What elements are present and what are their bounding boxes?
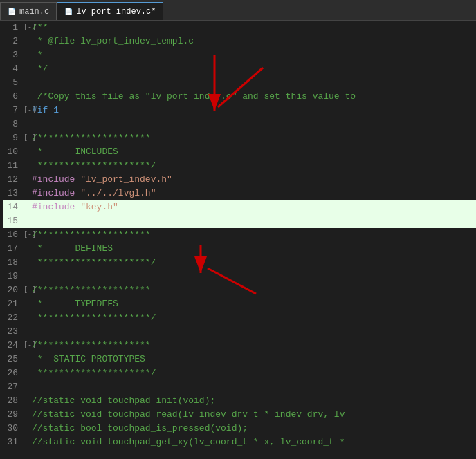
code-content: //static void touchpad_read(lv_indev_drv…	[32, 408, 476, 422]
fold-icon	[24, 256, 32, 270]
line-number: 20	[3, 283, 24, 297]
fold-icon	[24, 297, 32, 311]
fold-icon	[24, 159, 32, 173]
line-number: 17	[3, 242, 24, 256]
code-content: #if 1	[32, 104, 476, 118]
table-row: 19	[3, 270, 476, 283]
line-number: 8	[3, 118, 24, 131]
table-row: 10 * INCLUDES	[3, 145, 476, 159]
table-row: 26 *********************/	[3, 366, 476, 380]
fold-icon[interactable]: [-]	[24, 283, 32, 297]
code-content: *	[32, 48, 476, 62]
line-number: 3	[3, 48, 24, 62]
code-content: #include "lv_port_indev.h"	[32, 173, 476, 187]
tab-label: lv_port_indev.c*	[76, 7, 156, 17]
code-content: */	[32, 62, 476, 76]
code-content	[32, 118, 476, 131]
line-number: 4	[3, 62, 24, 76]
table-row: 15	[3, 214, 476, 228]
table-row: 7[-]#if 1	[3, 104, 476, 118]
code-content: *********************/	[32, 159, 476, 173]
fold-icon[interactable]: [-]	[24, 131, 32, 145]
line-number: 7	[3, 104, 24, 118]
fold-icon	[24, 380, 32, 394]
line-number: 9	[3, 131, 24, 145]
fold-icon	[24, 270, 32, 283]
code-content	[32, 270, 476, 283]
code-content	[32, 380, 476, 394]
fold-icon	[24, 408, 32, 422]
code-content: * @file lv_port_indev_templ.c	[32, 35, 476, 48]
line-number: 25	[3, 353, 24, 366]
code-content: *********************/	[32, 256, 476, 270]
code-content: //static bool touchpad_is_pressed(void);	[32, 422, 476, 435]
table-row: 5	[3, 76, 476, 90]
code-content: /*********************	[32, 339, 476, 353]
fold-icon[interactable]: [-]	[24, 228, 32, 242]
table-row: 6 /*Copy this file as "lv_port_indev.c" …	[3, 90, 476, 104]
table-row: 4 */	[3, 62, 476, 76]
fold-icon[interactable]: [-]	[24, 21, 32, 35]
line-number: 16	[3, 228, 24, 242]
table-row: 28 //static void touchpad_init(void);	[3, 394, 476, 408]
fold-icon	[24, 118, 32, 131]
line-number: 31	[3, 435, 24, 449]
tab-lv-port-indev[interactable]: 📄 lv_port_indev.c*	[57, 2, 163, 20]
line-number: 21	[3, 297, 24, 311]
code-content: * INCLUDES	[32, 145, 476, 159]
code-content: /*********************	[32, 283, 476, 297]
fold-icon	[24, 35, 32, 48]
tab-main-c[interactable]: 📄 main.c	[0, 2, 57, 20]
fold-icon	[24, 76, 32, 90]
line-number: 29	[3, 408, 24, 422]
line-number: 30	[3, 422, 24, 435]
fold-icon[interactable]: [-]	[24, 104, 32, 118]
code-content: *********************/	[32, 366, 476, 380]
editor-wrapper: 1[-]/**2 * @file lv_port_indev_templ.c3 …	[0, 21, 476, 459]
file-icon: 📄	[8, 8, 16, 16]
table-row: 21 * TYPEDEFS	[3, 297, 476, 311]
table-row: 18 *********************/	[3, 256, 476, 270]
line-number: 26	[3, 366, 24, 380]
fold-icon	[24, 422, 32, 435]
fold-icon	[24, 187, 32, 200]
fold-icon	[24, 214, 32, 228]
line-number: 23	[3, 325, 24, 339]
line-number: 28	[3, 394, 24, 408]
editor-area[interactable]: 1[-]/**2 * @file lv_port_indev_templ.c3 …	[0, 21, 476, 459]
fold-icon	[24, 311, 32, 325]
fold-icon	[24, 435, 32, 449]
table-row: 11 *********************/	[3, 159, 476, 173]
line-number: 18	[3, 256, 24, 270]
fold-icon	[24, 366, 32, 380]
code-content	[32, 76, 476, 90]
line-number: 13	[3, 187, 24, 200]
code-content: * STATIC PROTOTYPES	[32, 353, 476, 366]
line-number: 15	[3, 214, 24, 228]
fold-icon	[24, 90, 32, 104]
table-row: 30 //static bool touchpad_is_pressed(voi…	[3, 422, 476, 435]
fold-icon[interactable]: [-]	[24, 339, 32, 353]
fold-icon	[24, 353, 32, 366]
table-row: 22 *********************/	[3, 311, 476, 325]
table-row: 27	[3, 380, 476, 394]
table-row: 29 //static void touchpad_read(lv_indev_…	[3, 408, 476, 422]
table-row: 13 #include "../../lvgl.h"	[3, 187, 476, 200]
line-number: 2	[3, 35, 24, 48]
code-content: /*********************	[32, 228, 476, 242]
table-row: 17 * DEFINES	[3, 242, 476, 256]
file-icon: 📄	[64, 8, 73, 16]
fold-icon	[24, 62, 32, 76]
code-content	[32, 325, 476, 339]
table-row: 25 * STATIC PROTOTYPES	[3, 353, 476, 366]
fold-icon	[24, 242, 32, 256]
code-content: *********************/	[32, 311, 476, 325]
line-number: 24	[3, 339, 24, 353]
code-area: 1[-]/**2 * @file lv_port_indev_templ.c3 …	[0, 21, 476, 459]
fold-icon	[24, 394, 32, 408]
table-row: 31 //static void touchpad_get_xy(lv_coor…	[3, 435, 476, 449]
code-content: /**	[32, 21, 476, 35]
line-number: 12	[3, 173, 24, 187]
line-number: 5	[3, 76, 24, 90]
code-content: #include "../../lvgl.h"	[32, 187, 476, 200]
